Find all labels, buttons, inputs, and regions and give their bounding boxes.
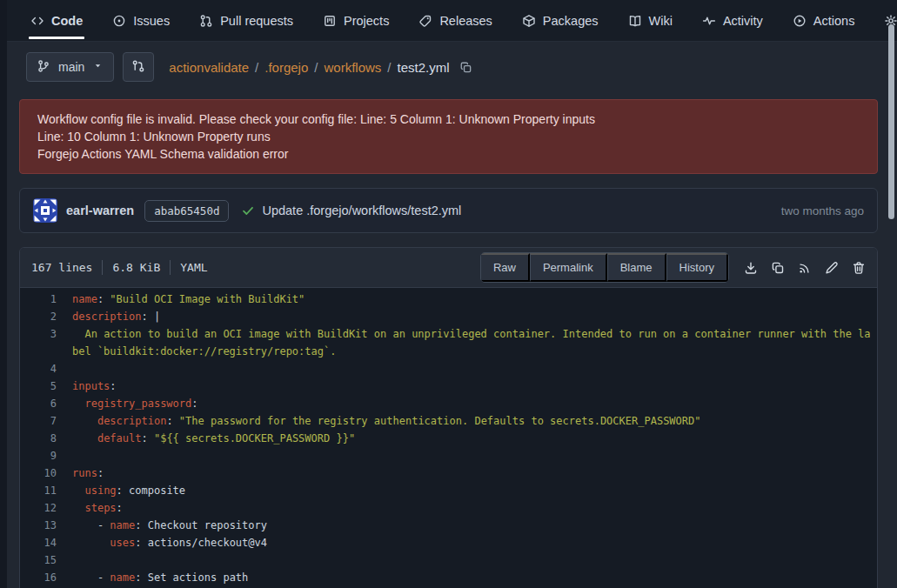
raw-button[interactable]: Raw [481, 253, 530, 282]
nav-label-code: Code [51, 14, 83, 28]
copy-path-icon[interactable] [459, 61, 472, 74]
line-number[interactable]: 10 [20, 464, 72, 482]
copy-icon[interactable] [771, 261, 785, 275]
git-compare-icon [131, 59, 145, 76]
code-token: : [141, 311, 153, 323]
permalink-button[interactable]: Permalink [530, 253, 607, 282]
code-token: "Build OCI Image with BuildKit" [110, 293, 305, 305]
repo-file-bar: main actionvalidate/.forgejo/workflows/t… [0, 42, 897, 90]
code-token: : [117, 502, 123, 514]
line-content: - name: Checkout repository [72, 517, 877, 534]
line-number[interactable]: 8 [20, 430, 72, 447]
line-number[interactable]: 14 [20, 534, 72, 551]
check-icon[interactable] [241, 204, 255, 217]
commit-timestamp: two months ago [781, 204, 864, 217]
file-header: 167 lines 6.8 KiB YAML RawPermalinkBlame… [20, 248, 877, 288]
code-token: composite [129, 484, 185, 497]
branch-selector-button[interactable]: main [26, 52, 114, 82]
line-content: name: "Build OCI Image with BuildKit" [72, 291, 877, 308]
line-content [72, 551, 877, 569]
edit-pencil-icon[interactable] [825, 261, 839, 275]
breadcrumb-separator: / [314, 60, 318, 75]
breadcrumb-segment-2[interactable]: workflows [324, 60, 381, 75]
commit-author[interactable]: earl-warren [66, 204, 134, 217]
nav-item-actions[interactable]: Actions [793, 0, 855, 41]
line-content: - name: Set actions path [72, 569, 877, 586]
line-number[interactable]: 3 [20, 325, 72, 360]
nav-item-wiki[interactable]: Wiki [628, 0, 673, 41]
code-token: : [97, 467, 104, 479]
code-token: uses [110, 537, 135, 549]
code-token: : [135, 571, 147, 584]
code-token: "The password for the registry authentic… [179, 415, 701, 427]
breadcrumb-segment-0[interactable]: actionvalidate [169, 60, 249, 75]
line-content [72, 447, 877, 464]
blame-button[interactable]: Blame [607, 253, 666, 282]
download-icon[interactable] [744, 261, 758, 275]
code-token: : [110, 380, 116, 392]
nav-item-packages[interactable]: Packages [522, 0, 599, 41]
line-number[interactable]: 15 [20, 551, 72, 569]
code-token: name [72, 293, 97, 305]
code-token: : [191, 398, 197, 410]
commit-hash-badge[interactable]: abab65450d [144, 200, 229, 222]
line-number[interactable]: 12 [20, 499, 72, 517]
line-number[interactable]: 6 [20, 395, 72, 412]
history-button[interactable]: History [666, 253, 728, 282]
avatar[interactable] [33, 198, 57, 223]
line-number[interactable]: 13 [20, 517, 72, 534]
breadcrumb-separator: / [255, 60, 258, 75]
code-token: using [84, 484, 116, 497]
window-left-edge [0, 0, 7, 588]
file-view-button-group: RawPermalinkBlameHistory [480, 252, 729, 283]
line-number[interactable]: 16 [20, 569, 72, 586]
code-line-8: 8 default: "${{ secrets.DOCKER_PASSWORD … [20, 430, 877, 447]
code-token [72, 502, 84, 514]
line-number[interactable]: 1 [20, 291, 72, 308]
breadcrumb-segment-1[interactable]: .forgejo [264, 60, 308, 75]
nav-label-packages: Packages [543, 14, 599, 28]
line-number[interactable]: 7 [20, 412, 72, 430]
nav-item-issues[interactable]: Issues [112, 0, 170, 41]
line-number[interactable]: 5 [20, 378, 72, 395]
commit-message[interactable]: Update .forgejo/workflows/test2.yml [262, 204, 461, 217]
code-line-16: 16 - name: Set actions path [20, 569, 877, 586]
nav-item-activity[interactable]: Activity [702, 0, 763, 41]
line-number[interactable]: 11 [20, 482, 72, 499]
chevron-down-icon [92, 60, 104, 74]
line-number[interactable]: 4 [20, 360, 72, 378]
nav-item-code[interactable]: Code [30, 0, 83, 41]
nav-label-releases: Releases [439, 14, 492, 28]
code-token: : [135, 537, 147, 549]
nav-label-actions: Actions [813, 14, 855, 28]
code-token: actions/checkout@v4 [148, 537, 267, 549]
nav-item-releases[interactable]: Releases [418, 0, 492, 41]
compare-button[interactable] [123, 52, 154, 82]
repo-tab-bar: CodeIssuesPull requestsProjectsReleasesP… [0, 0, 897, 42]
code-token: inputs [72, 380, 110, 392]
line-content: using: composite [72, 482, 877, 499]
code-token [72, 398, 84, 410]
code-view: 1name: "Build OCI Image with BuildKit"2d… [20, 288, 877, 588]
workflow-error-banner: Workflow config file is invalid. Please … [19, 99, 878, 174]
git-branch-icon [37, 59, 50, 76]
code-token: description [72, 311, 141, 323]
line-content: steps: [72, 499, 877, 517]
line-number[interactable]: 2 [20, 308, 72, 325]
book-icon [628, 14, 642, 28]
line-content [72, 360, 877, 378]
file-meta: 167 lines 6.8 KiB YAML [31, 260, 208, 275]
latest-commit-box: earl-warren abab65450d Update .forgejo/w… [19, 188, 878, 233]
rss-icon[interactable] [798, 261, 812, 275]
code-token: : [117, 484, 129, 497]
line-number[interactable]: 9 [20, 447, 72, 464]
code-line-14: 14 uses: actions/checkout@v4 [20, 534, 877, 551]
code-token [72, 415, 97, 427]
code-token: : [166, 415, 178, 427]
nav-item-pull-requests[interactable]: Pull requests [199, 0, 293, 41]
project-board-icon [323, 14, 337, 28]
breadcrumb-segment-3[interactable]: test2.yml [398, 60, 450, 75]
nav-item-projects[interactable]: Projects [323, 0, 389, 41]
page-scrollbar-thumb[interactable] [888, 24, 894, 219]
delete-trash-icon[interactable] [852, 261, 866, 275]
